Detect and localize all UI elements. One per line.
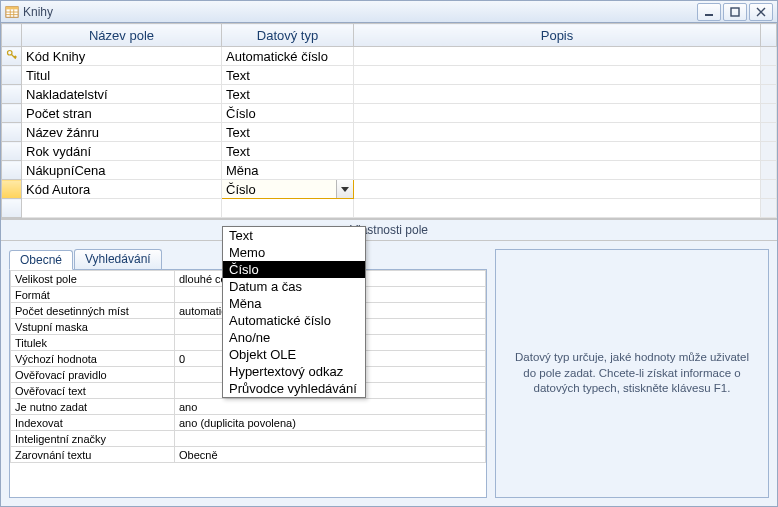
field-name-cell[interactable]: Kód Autora xyxy=(22,180,222,199)
field-desc-cell[interactable] xyxy=(354,199,761,218)
dropdown-option[interactable]: Text xyxy=(223,227,365,244)
dropdown-option[interactable]: Průvodce vyhledávání xyxy=(223,380,365,397)
property-name: Velikost pole xyxy=(11,271,175,287)
dropdown-button[interactable] xyxy=(336,180,353,198)
field-desc-cell[interactable] xyxy=(354,47,761,66)
row-selector[interactable] xyxy=(2,104,22,123)
property-name: Je nutno zadat xyxy=(11,399,175,415)
property-value[interactable]: ano (duplicita povolena) xyxy=(175,415,486,431)
vscroll-track[interactable] xyxy=(761,199,777,218)
field-desc-cell[interactable] xyxy=(354,161,761,180)
section-header: Vlastnosti pole xyxy=(1,219,777,241)
field-desc-cell[interactable] xyxy=(354,66,761,85)
field-grid-header: Název pole Datový typ Popis xyxy=(2,24,777,47)
tab-lookup[interactable]: Vyhledávání xyxy=(74,249,162,269)
primary-key-icon[interactable] xyxy=(2,47,22,66)
row-selector[interactable] xyxy=(2,142,22,161)
row-selector[interactable] xyxy=(2,161,22,180)
row-selector[interactable] xyxy=(2,123,22,142)
property-name: Titulek xyxy=(11,335,175,351)
column-header-desc[interactable]: Popis xyxy=(354,24,761,47)
property-row[interactable]: Zarovnání textuObecně xyxy=(11,447,486,463)
property-name: Počet desetinných míst xyxy=(11,303,175,319)
field-row-blank[interactable] xyxy=(2,199,777,218)
vscroll-track[interactable] xyxy=(761,85,777,104)
dropdown-option[interactable]: Číslo xyxy=(223,261,365,278)
field-desc-cell[interactable] xyxy=(354,104,761,123)
field-type-cell[interactable] xyxy=(222,199,354,218)
field-row[interactable]: TitulText xyxy=(2,66,777,85)
field-desc-cell[interactable] xyxy=(354,180,761,199)
field-name-cell[interactable]: NákupníCena xyxy=(22,161,222,180)
maximize-button[interactable] xyxy=(723,3,747,21)
property-name: Ověřovací pravidlo xyxy=(11,367,175,383)
field-row[interactable]: NákupníCenaMěna xyxy=(2,161,777,180)
field-type-cell[interactable]: Text xyxy=(222,66,354,85)
column-header-type[interactable]: Datový typ xyxy=(222,24,354,47)
content: Název pole Datový typ Popis Kód KnihyAut… xyxy=(1,23,777,506)
dropdown-option[interactable]: Datum a čas xyxy=(223,278,365,295)
field-name-cell[interactable] xyxy=(22,199,222,218)
row-selector[interactable] xyxy=(2,85,22,104)
vscroll-track[interactable] xyxy=(761,47,777,66)
field-name-cell[interactable]: Počet stran xyxy=(22,104,222,123)
field-desc-cell[interactable] xyxy=(354,85,761,104)
close-button[interactable] xyxy=(749,3,773,21)
field-type-cell[interactable]: Číslo xyxy=(222,104,354,123)
field-row[interactable]: NakladatelstvíText xyxy=(2,85,777,104)
field-name-cell[interactable]: Název žánru xyxy=(22,123,222,142)
field-type-cell[interactable]: Měna xyxy=(222,161,354,180)
property-row[interactable]: Inteligentní značky xyxy=(11,431,486,447)
field-row[interactable]: Počet stranČíslo xyxy=(2,104,777,123)
row-selector[interactable] xyxy=(2,180,22,199)
field-type-cell[interactable]: Číslo xyxy=(222,180,354,199)
field-row[interactable]: Rok vydáníText xyxy=(2,142,777,161)
property-row[interactable]: Indexovatano (duplicita povolena) xyxy=(11,415,486,431)
property-name: Vstupní maska xyxy=(11,319,175,335)
property-value[interactable]: Obecně xyxy=(175,447,486,463)
minimize-button[interactable] xyxy=(697,3,721,21)
field-type-cell[interactable]: Text xyxy=(222,123,354,142)
datatype-dropdown[interactable]: TextMemoČísloDatum a časMěnaAutomatické … xyxy=(222,226,366,398)
design-view-window: Knihy Název pole Datový typ Popis xyxy=(0,0,778,507)
vscroll-track[interactable] xyxy=(761,161,777,180)
vscroll-track[interactable] xyxy=(761,66,777,85)
field-type-cell[interactable]: Automatické číslo xyxy=(222,47,354,66)
dropdown-option[interactable]: Hypertextový odkaz xyxy=(223,363,365,380)
field-name-cell[interactable]: Kód Knihy xyxy=(22,47,222,66)
field-row[interactable]: Kód KnihyAutomatické číslo xyxy=(2,47,777,66)
dropdown-option[interactable]: Objekt OLE xyxy=(223,346,365,363)
svg-rect-7 xyxy=(731,8,739,16)
field-desc-cell[interactable] xyxy=(354,142,761,161)
field-name-cell[interactable]: Nakladatelství xyxy=(22,85,222,104)
property-row[interactable]: Je nutno zadatano xyxy=(11,399,486,415)
dropdown-option[interactable]: Měna xyxy=(223,295,365,312)
column-header-name[interactable]: Název pole xyxy=(22,24,222,47)
field-type-cell[interactable]: Text xyxy=(222,85,354,104)
field-row[interactable]: Kód AutoraČíslo xyxy=(2,180,777,199)
property-name: Inteligentní značky xyxy=(11,431,175,447)
field-name-cell[interactable]: Rok vydání xyxy=(22,142,222,161)
field-type-cell[interactable]: Text xyxy=(222,142,354,161)
field-grid: Název pole Datový typ Popis Kód KnihyAut… xyxy=(1,23,777,219)
dropdown-option[interactable]: Automatické číslo xyxy=(223,312,365,329)
vscroll-track[interactable] xyxy=(761,104,777,123)
vscroll-track[interactable] xyxy=(761,180,777,199)
lower-pane: Obecné Vyhledávání Velikost poledlouhé c… xyxy=(1,241,777,506)
field-row[interactable]: Název žánruText xyxy=(2,123,777,142)
tab-general[interactable]: Obecné xyxy=(9,250,73,270)
property-value[interactable] xyxy=(175,431,486,447)
vscroll-track[interactable] xyxy=(761,142,777,161)
help-pane: Datový typ určuje, jaké hodnoty může uži… xyxy=(495,249,769,498)
field-desc-cell[interactable] xyxy=(354,123,761,142)
vscroll-track[interactable] xyxy=(761,123,777,142)
vscroll-header xyxy=(761,24,777,47)
row-selector[interactable] xyxy=(2,66,22,85)
row-selector[interactable] xyxy=(2,199,22,218)
dropdown-option[interactable]: Memo xyxy=(223,244,365,261)
dropdown-option[interactable]: Ano/ne xyxy=(223,329,365,346)
field-name-cell[interactable]: Titul xyxy=(22,66,222,85)
property-value[interactable]: ano xyxy=(175,399,486,415)
rowselector-header xyxy=(2,24,22,47)
svg-rect-6 xyxy=(705,14,713,16)
